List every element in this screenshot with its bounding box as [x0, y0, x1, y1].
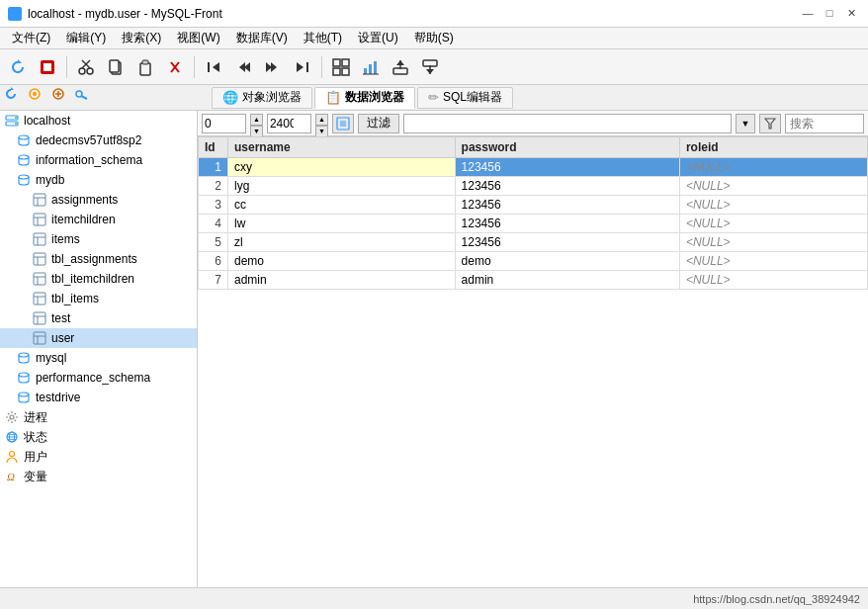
paste-button[interactable] — [131, 53, 159, 81]
sidebar-item-testdrive[interactable]: testdrive — [0, 388, 197, 407]
tab-object-browser[interactable]: 🌐 对象浏览器 — [212, 87, 312, 109]
offset-up[interactable]: ▲ — [250, 114, 263, 126]
cell-username: lyg — [228, 177, 456, 196]
menu-database[interactable]: 数据库(V) — [228, 28, 296, 48]
copy-button[interactable] — [102, 53, 130, 81]
window-controls[interactable]: — □ ✕ — [799, 7, 860, 21]
sidebar-item-users[interactable]: 用户 — [0, 447, 197, 467]
offset-input[interactable] — [202, 114, 246, 133]
chart-view-button[interactable] — [357, 53, 385, 81]
import-button[interactable] — [416, 53, 444, 81]
maximize-button[interactable]: □ — [821, 7, 838, 21]
table-icon-items — [32, 231, 47, 247]
close-button[interactable]: ✕ — [842, 7, 860, 21]
cell-roleid: <NULL> — [679, 233, 867, 252]
sidebar-item-status[interactable]: 状态 — [0, 427, 197, 447]
table-row[interactable]: 1cxy123456<NULL> — [199, 158, 868, 177]
sidebar-item-performance-schema-label: performance_schema — [36, 371, 193, 385]
offset-spinner[interactable]: ▲ ▼ — [250, 114, 263, 133]
table-row[interactable]: 4lw123456<NULL> — [199, 215, 868, 233]
col-roleid[interactable]: roleid — [679, 137, 867, 158]
menu-file[interactable]: 文件(Z) — [4, 28, 58, 48]
menu-search[interactable]: 搜索(X) — [114, 28, 169, 48]
table-row[interactable]: 3cc123456<NULL> — [199, 196, 868, 215]
cell-id: 3 — [199, 196, 228, 215]
sidebar-item-tbl-items[interactable]: tbl_items — [0, 289, 197, 308]
svg-text:Ω: Ω — [7, 471, 15, 482]
cell-id: 5 — [199, 233, 228, 252]
menu-edit[interactable]: 编辑(Y) — [58, 28, 114, 48]
sidebar-item-dedecms[interactable]: dedecmsv57utf8sp2 — [0, 130, 197, 150]
minimize-button[interactable]: — — [799, 7, 817, 21]
last-button[interactable] — [289, 53, 316, 81]
sidebar-item-items[interactable]: items — [0, 229, 197, 249]
sidebar-item-information-schema[interactable]: information_schema — [0, 150, 197, 170]
offset-down[interactable]: ▼ — [250, 126, 263, 137]
main-layout: localhost dedecmsv57utf8sp2 information_… — [0, 111, 868, 587]
limit-spinner[interactable]: ▲ ▼ — [315, 114, 328, 133]
col-id[interactable]: Id — [199, 137, 228, 158]
sidebar-item-performance-schema[interactable]: performance_schema — [0, 368, 197, 388]
sidebar-item-itemchildren[interactable]: itemchildren — [0, 210, 197, 229]
tab-data-browser[interactable]: 📋 数据浏览器 — [314, 87, 415, 109]
status-bar: https://blog.csdn.net/qq_38924942 — [0, 587, 868, 609]
cut-button[interactable] — [72, 53, 100, 81]
sidebar-btn3[interactable] — [51, 87, 73, 109]
col-password[interactable]: password — [455, 137, 679, 158]
sidebar-item-mydb[interactable]: mydb — [0, 170, 197, 190]
sidebar-item-tbl-assignments[interactable]: tbl_assignments — [0, 249, 197, 269]
sidebar-btn2[interactable] — [28, 87, 49, 109]
sidebar-item-assignments[interactable]: assignments — [0, 190, 197, 210]
filter-dropdown-btn[interactable]: ▼ — [736, 114, 755, 133]
cell-roleid: <NULL> — [679, 271, 867, 290]
table-row[interactable]: 7adminadmin<NULL> — [199, 271, 868, 290]
filter-input[interactable] — [403, 114, 732, 133]
sidebar-item-localhost-label: localhost — [24, 114, 193, 128]
tab-sql-editor[interactable]: ✏ SQL编辑器 — [417, 87, 513, 109]
menu-other[interactable]: 其他(T) — [296, 28, 350, 48]
sidebar-item-variables[interactable]: Ω 变量 — [0, 467, 197, 486]
sidebar-item-process[interactable]: 进程 — [0, 407, 197, 427]
grid-view-button[interactable] — [327, 53, 355, 81]
filter-label-button[interactable]: 过滤 — [358, 114, 399, 133]
sidebar-item-tbl-itemchildren[interactable]: tbl_itemchildren — [0, 269, 197, 289]
object-browser-icon: 🌐 — [222, 90, 238, 105]
col-username[interactable]: username — [228, 137, 456, 158]
next-button[interactable] — [259, 53, 287, 81]
prev-button[interactable] — [229, 53, 257, 81]
export-button[interactable] — [387, 53, 414, 81]
menu-settings[interactable]: 设置(U) — [350, 28, 406, 48]
table-row[interactable]: 6demodemo<NULL> — [199, 252, 868, 271]
user-icon — [4, 449, 20, 465]
table-row[interactable]: 5zl123456<NULL> — [199, 233, 868, 252]
sidebar-refresh-btn[interactable] — [4, 87, 26, 109]
db-icon-mysql — [16, 350, 32, 366]
limit-down[interactable]: ▼ — [315, 126, 328, 137]
search-input[interactable] — [785, 114, 864, 133]
sidebar-item-mysql[interactable]: mysql — [0, 348, 197, 368]
first-button[interactable] — [200, 53, 227, 81]
sidebar-item-localhost[interactable]: localhost — [0, 111, 197, 130]
limit-up[interactable]: ▲ — [315, 114, 328, 126]
filter-apply-btn[interactable] — [332, 114, 354, 133]
svg-rect-27 — [374, 61, 377, 74]
sidebar-item-user[interactable]: user — [0, 328, 197, 348]
data-browser-icon: 📋 — [325, 90, 341, 105]
svg-point-76 — [19, 392, 29, 396]
delete-button[interactable] — [161, 53, 189, 81]
limit-input[interactable] — [267, 114, 311, 133]
sidebar-item-items-label: items — [51, 232, 193, 246]
table-row[interactable]: 2lyg123456<NULL> — [199, 177, 868, 196]
menu-view[interactable]: 视图(W) — [169, 28, 227, 48]
refresh-button[interactable] — [4, 53, 32, 81]
menu-help[interactable]: 帮助(S) — [406, 28, 462, 48]
svg-rect-26 — [369, 64, 372, 74]
sidebar-btn4[interactable] — [75, 87, 97, 109]
cell-roleid: <NULL> — [679, 177, 867, 196]
sidebar-item-test[interactable]: test — [0, 308, 197, 328]
cell-password: 123456 — [455, 196, 679, 215]
filter-funnel-btn[interactable] — [759, 114, 781, 133]
stop-button[interactable] — [34, 53, 61, 81]
toolbar-separator-1 — [66, 56, 67, 78]
sidebar-item-tbl-assignments-label: tbl_assignments — [51, 252, 193, 266]
